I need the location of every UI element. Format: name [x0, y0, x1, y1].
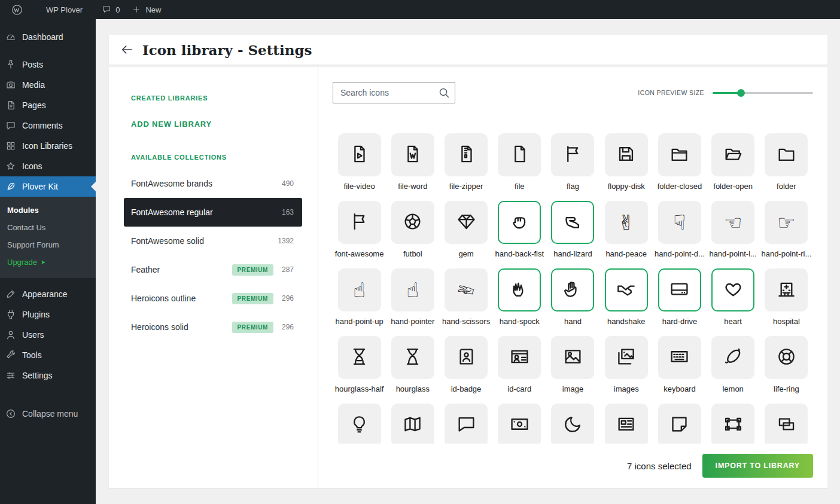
icon-label: id-badge	[451, 384, 482, 393]
icon-tile: ✌	[445, 268, 488, 311]
sidebar-item-posts[interactable]: Posts	[0, 54, 96, 75]
new-button[interactable]: New	[126, 0, 167, 19]
icon-cell-file[interactable]: file	[498, 133, 541, 191]
collection-name: FontAwesome regular	[131, 207, 213, 217]
add-new-library-button[interactable]: ADD NEW LIBRARY	[131, 120, 302, 129]
collection-fontawesome-regular[interactable]: FontAwesome regular163	[124, 198, 302, 227]
icon-cell-keyboard[interactable]: keyboard	[658, 336, 701, 393]
icon-cell-folder-open[interactable]: folder-open	[711, 133, 754, 191]
icon-cell-hourglass-half[interactable]: hourglass-half	[335, 336, 384, 393]
icon-tile	[445, 201, 488, 244]
collapse-icon	[5, 408, 17, 419]
icon-tile	[658, 133, 701, 176]
icon-tile: ☝	[338, 268, 381, 311]
icon-label: hourglass	[396, 384, 430, 393]
sidebar-item-icons[interactable]: Icons	[0, 156, 96, 176]
icon-cell-map[interactable]	[391, 404, 434, 444]
site-name-link[interactable]: WP Plover	[40, 0, 89, 19]
folder-closed-icon	[669, 144, 689, 166]
sidebar-item-pages[interactable]: Pages	[0, 95, 96, 115]
icon-tile: ☜	[711, 201, 754, 244]
icon-cell-hand-spock[interactable]: hand-spock	[498, 268, 541, 326]
icon-cell-id-card[interactable]: id-card	[498, 336, 541, 393]
sidebar-item-icon-libraries[interactable]: Icon Libraries	[0, 136, 96, 156]
sidebar-item-plugins[interactable]: Plugins	[0, 304, 96, 325]
icon-cell-hand-pointer[interactable]: ☝hand-pointer	[391, 268, 434, 326]
back-button[interactable]	[116, 39, 138, 60]
icon-cell-id-badge[interactable]: id-badge	[445, 336, 488, 393]
icon-cell-file-zipper[interactable]: file-zipper	[445, 133, 488, 191]
premium-badge: PREMIUM	[232, 322, 273, 333]
folder-icon	[777, 144, 796, 166]
sidebar-item-appearance[interactable]: Appearance	[0, 284, 96, 304]
collection-heroicons-outline[interactable]: Heroicons outlinePREMIUM296	[124, 284, 302, 313]
icon-cell-hand[interactable]: hand	[551, 268, 594, 326]
sidebar-item-plover-kit[interactable]: Plover Kit	[0, 176, 96, 197]
appearance-icon	[5, 289, 17, 300]
icon-cell-hand-point-left[interactable]: ☜hand-point-l...	[709, 201, 757, 258]
icon-cell-newspaper[interactable]	[605, 404, 648, 444]
sidebar-subitem-upgrade[interactable]: Upgrade➤	[0, 253, 96, 271]
icon-cell-lemon[interactable]: lemon	[711, 336, 754, 393]
icon-cell-images[interactable]: images	[605, 336, 648, 393]
slider-thumb[interactable]	[737, 89, 745, 97]
icon-cell-hand-point-up[interactable]: ☝hand-point-up	[335, 268, 383, 326]
icon-cell-flag[interactable]: flag	[551, 133, 594, 191]
icon-cell-font-awesome[interactable]: font-awesome	[335, 201, 384, 258]
icon-cell-futbol[interactable]: futbol	[391, 201, 434, 258]
collection-feather[interactable]: FeatherPREMIUM287	[124, 255, 302, 284]
icon-cell-folder-closed[interactable]: folder-closed	[658, 133, 702, 191]
comments-indicator[interactable]: 0	[96, 0, 126, 19]
sidebar-item-settings[interactable]: Settings	[0, 365, 96, 386]
sidebar-item-collapse-menu[interactable]: Collapse menu	[0, 404, 96, 424]
icon-cell-hand-back-fist[interactable]: hand-back-fist	[495, 201, 544, 258]
icon-cell-folder[interactable]: folder	[765, 133, 808, 191]
icon-cell-hard-drive[interactable]: hard-drive	[658, 268, 701, 326]
icon-cell-gem[interactable]: gem	[445, 201, 488, 258]
icon-cell-moon[interactable]	[551, 404, 594, 444]
sidebar-subitem-contact-us[interactable]: Contact Us	[0, 219, 96, 236]
collection-fontawesome-brands[interactable]: FontAwesome brands490	[124, 169, 302, 198]
plover-kit-icon	[5, 181, 17, 192]
sidebar-subitem-support-forum[interactable]: Support Forum	[0, 236, 96, 253]
icon-cell-hand-peace[interactable]: ✌hand-peace	[605, 201, 648, 258]
icon-cell-hospital[interactable]: hospital	[765, 268, 808, 326]
icon-cell-file-word[interactable]: file-word	[391, 133, 434, 191]
icon-cell-note-sticky[interactable]	[658, 404, 701, 444]
preview-size-slider[interactable]	[713, 88, 813, 97]
icon-cell-hand-lizard[interactable]: hand-lizard	[551, 201, 594, 258]
icon-cell-message[interactable]	[445, 404, 488, 444]
icon-cell-object-group[interactable]	[711, 404, 754, 444]
dashboard-icon	[5, 32, 17, 42]
icon-cell-hand-point-right[interactable]: ☞hand-point-ri...	[761, 201, 811, 258]
icon-cell-money-bill-1[interactable]	[498, 404, 541, 444]
sidebar-item-tools[interactable]: Tools	[0, 345, 96, 365]
icon-label: file-zipper	[449, 182, 483, 191]
search-icon[interactable]	[437, 86, 451, 99]
sidebar-item-dashboard[interactable]: Dashboard	[0, 27, 96, 47]
icon-tile	[605, 268, 648, 311]
icon-cell-lightbulb[interactable]	[338, 404, 381, 444]
sidebar-item-users[interactable]: Users	[0, 325, 96, 345]
icon-cell-floppy-disk[interactable]: floppy-disk	[605, 133, 648, 191]
hand-scissors-icon: ✌	[454, 279, 478, 301]
collection-count: 490	[282, 179, 294, 188]
icon-tile	[658, 404, 701, 444]
sidebar-item-media[interactable]: Media	[0, 75, 96, 95]
icon-cell-image[interactable]: image	[551, 336, 594, 393]
icon-cell-file-video[interactable]: file-video	[338, 133, 381, 191]
icon-cell-heart[interactable]: heart	[711, 268, 754, 326]
wp-logo[interactable]	[5, 0, 29, 19]
icon-cell-life-ring[interactable]: life-ring	[765, 336, 808, 393]
collection-fontawesome-solid[interactable]: FontAwesome solid1392	[124, 227, 302, 255]
icon-cell-handshake[interactable]: handshake	[605, 268, 648, 326]
icon-cell-object-ungroup[interactable]	[765, 404, 808, 444]
collection-heroicons-solid[interactable]: Heroicons solidPREMIUM296	[124, 313, 302, 341]
sidebar-subitem-modules[interactable]: Modules	[0, 201, 96, 219]
sidebar-item-comments[interactable]: Comments	[0, 115, 96, 136]
import-to-library-button[interactable]: IMPORT TO LIBRARY	[702, 454, 813, 478]
icon-cell-hand-point-down[interactable]: ☟hand-point-d...	[655, 201, 705, 258]
icon-cell-hourglass[interactable]: hourglass	[391, 336, 434, 393]
page-header: Icon library - Settings	[109, 35, 827, 65]
icon-cell-hand-scissors[interactable]: ✌hand-scissors	[442, 268, 490, 326]
